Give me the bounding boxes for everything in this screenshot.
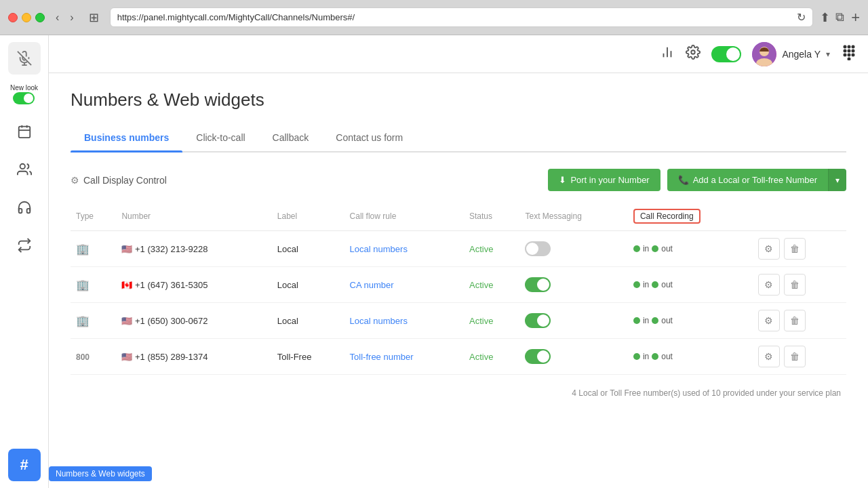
text-messaging-toggle-3[interactable] <box>525 313 551 328</box>
row-actions: ⚙ 🗑 <box>753 267 846 303</box>
settings-row-button-1[interactable]: ⚙ <box>758 238 780 260</box>
svg-point-11 <box>692 50 696 54</box>
text-messaging-toggle-1[interactable] <box>525 241 551 256</box>
tab-business-numbers[interactable]: Business numbers <box>71 127 182 151</box>
row-recording: in out <box>628 303 753 339</box>
table-row: 800 🇺🇸 +1 (855) 289-1374 Toll-Free Toll-… <box>71 339 846 375</box>
browser-chrome: ‹ › ⊞ https://panel.mightycall.com/Might… <box>0 0 868 35</box>
port-button-label: Port in your Number <box>570 175 649 185</box>
sidebar-item-agent[interactable] <box>8 191 41 224</box>
url-bar[interactable]: https://panel.mightycall.com/MightyCall/… <box>110 7 813 27</box>
user-info[interactable]: Angela Y ▾ <box>752 42 830 66</box>
delete-row-button-1[interactable]: 🗑 <box>784 238 806 260</box>
row-label: Local <box>272 231 344 267</box>
settings-row-button-2[interactable]: ⚙ <box>758 274 780 296</box>
tab-callback[interactable]: Callback <box>259 127 323 151</box>
row-text-messaging[interactable] <box>519 303 627 339</box>
delete-row-button-3[interactable]: 🗑 <box>784 310 806 331</box>
action-buttons: ⬇ Port in your Number 📞 Add a Local or T… <box>548 169 846 191</box>
mute-icon[interactable] <box>8 42 41 75</box>
svg-point-17 <box>852 45 854 47</box>
sidebar-toggle-button[interactable]: ⊞ <box>85 9 103 26</box>
number-text: +1 (332) 213-9228 <box>135 244 208 254</box>
text-messaging-toggle-2[interactable] <box>525 277 551 292</box>
header-toggle[interactable] <box>711 46 741 62</box>
text-messaging-toggle-4[interactable] <box>525 349 551 364</box>
row-actions: ⚙ 🗑 <box>753 303 846 339</box>
settings-small-icon: ⚙ <box>71 175 79 186</box>
port-number-button[interactable]: ⬇ Port in your Number <box>548 169 660 191</box>
recording-in-label: in <box>643 352 649 361</box>
row-text-messaging[interactable] <box>519 339 627 375</box>
call-display-control[interactable]: ⚙ Call Display Control <box>71 175 167 186</box>
call-flow-link[interactable]: Local numbers <box>350 316 408 326</box>
phone-plus-icon: 📞 <box>678 175 689 185</box>
new-look-group: New look <box>10 83 38 104</box>
minimize-button[interactable] <box>22 13 31 22</box>
row-call-flow: Local numbers <box>344 231 464 267</box>
sidebar-item-contacts[interactable] <box>8 153 41 186</box>
sidebar-item-numbers[interactable]: # <box>8 449 41 481</box>
recording-controls-4: in out <box>633 352 747 361</box>
row-label: Toll-Free <box>272 339 344 375</box>
svg-point-16 <box>848 45 850 47</box>
svg-point-15 <box>844 45 846 47</box>
call-display-control-label: Call Display Control <box>83 175 167 186</box>
numbers-table: Type Number Label Call flow rule Status … <box>71 205 846 375</box>
row-status: Active <box>464 231 519 267</box>
status-badge: Active <box>469 352 493 362</box>
building-icon: 🏢 <box>76 243 90 255</box>
svg-point-22 <box>848 54 850 56</box>
status-badge: Active <box>469 316 493 326</box>
reload-button[interactable]: ↻ <box>797 11 806 24</box>
row-text-messaging[interactable] <box>519 267 627 303</box>
row-label: Local <box>272 267 344 303</box>
call-flow-link[interactable]: Local numbers <box>350 244 408 254</box>
delete-row-button-4[interactable]: 🗑 <box>784 346 806 367</box>
row-number: 🇺🇸 +1 (332) 213-9228 <box>116 231 271 267</box>
call-flow-link[interactable]: CA number <box>350 280 394 290</box>
row-number: 🇺🇸 +1 (650) 300-0672 <box>116 303 271 339</box>
call-flow-link[interactable]: Toll-free number <box>350 352 414 362</box>
col-status: Status <box>464 205 519 231</box>
row-recording: in out <box>628 339 753 375</box>
sidebar-item-integrations[interactable] <box>8 229 41 262</box>
split-view-button[interactable]: ⧉ <box>835 10 844 25</box>
row-number: 🇨🇦 +1 (647) 361-5305 <box>116 267 271 303</box>
dot-out-green <box>652 353 658 360</box>
recording-out-label: out <box>661 244 673 253</box>
table-row: 🏢 🇨🇦 +1 (647) 361-5305 Local CA number A… <box>71 267 846 303</box>
tab-contact-us-form[interactable]: Contact us form <box>322 127 416 151</box>
add-button-label: Add a Local or Toll-free Number <box>693 175 817 185</box>
new-tab-button[interactable]: + <box>851 9 860 26</box>
dot-out-green <box>652 245 658 252</box>
back-button[interactable]: ‹ <box>52 10 63 25</box>
row-actions: ⚙ 🗑 <box>753 339 846 375</box>
close-button[interactable] <box>8 13 18 22</box>
recording-in-label: in <box>643 316 649 325</box>
dial-pad-button[interactable] <box>841 44 857 64</box>
table-row: 🏢 🇺🇸 +1 (650) 300-0672 Local Local numbe… <box>71 303 846 339</box>
number-text: +1 (650) 300-0672 <box>135 316 208 326</box>
share-button[interactable]: ⬆ <box>820 10 830 25</box>
flag-us: 🇺🇸 <box>121 352 132 362</box>
settings-row-button-3[interactable]: ⚙ <box>758 310 780 331</box>
analytics-icon[interactable] <box>660 45 675 63</box>
settings-icon[interactable] <box>686 45 701 63</box>
svg-point-21 <box>844 54 846 56</box>
new-look-toggle[interactable] <box>13 92 35 104</box>
row-text-messaging[interactable] <box>519 231 627 267</box>
forward-button[interactable]: › <box>66 10 77 25</box>
recording-out-label: out <box>661 280 673 289</box>
recording-in-label: in <box>643 280 649 289</box>
tab-click-to-call[interactable]: Click-to-call <box>182 127 258 151</box>
add-number-button[interactable]: 📞 Add a Local or Toll-free Number <box>667 169 828 191</box>
col-call-flow: Call flow rule <box>344 205 464 231</box>
settings-row-button-4[interactable]: ⚙ <box>758 346 780 367</box>
maximize-button[interactable] <box>35 13 45 22</box>
add-number-dropdown-button[interactable]: ▾ <box>828 169 846 191</box>
delete-row-button-2[interactable]: 🗑 <box>784 274 806 296</box>
800-label: 800 <box>76 352 90 362</box>
sidebar-item-phone[interactable] <box>8 115 41 148</box>
recording-controls-1: in out <box>633 244 747 253</box>
